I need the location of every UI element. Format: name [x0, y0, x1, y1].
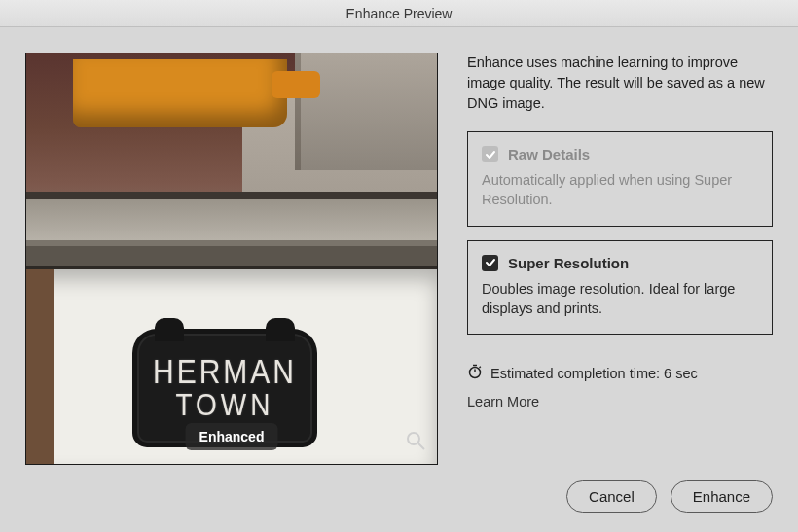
cancel-button[interactable]: Cancel [566, 480, 657, 513]
option-super-resolution[interactable]: Super Resolution Doubles image resolutio… [467, 240, 773, 336]
svg-line-5 [480, 367, 481, 368]
window-title: Enhance Preview [346, 6, 453, 21]
checkbox-raw-details [482, 146, 498, 162]
svg-line-1 [418, 443, 424, 449]
stopwatch-icon [467, 364, 483, 382]
enhance-button[interactable]: Enhance [671, 480, 773, 513]
checkbox-super-resolution[interactable] [482, 255, 498, 271]
enhanced-badge: Enhanced [186, 423, 278, 450]
options-pane: Enhance uses machine learning to improve… [467, 53, 773, 513]
option-title-raw-details: Raw Details [508, 146, 590, 162]
option-raw-details: Raw Details Automatically applied when u… [467, 131, 773, 227]
svg-point-0 [408, 433, 419, 444]
option-desc-super-resolution: Doubles image resolution. Ideal for larg… [482, 279, 758, 319]
dialog-buttons: Cancel Enhance [566, 480, 773, 513]
window-titlebar: Enhance Preview [0, 0, 798, 27]
intro-text: Enhance uses machine learning to improve… [467, 53, 773, 114]
estimate-text: Estimated completion time: 6 sec [490, 366, 698, 381]
option-desc-raw-details: Automatically applied when using Super R… [482, 170, 758, 210]
estimate-row: Estimated completion time: 6 sec [467, 364, 773, 382]
preview-image[interactable]: HERMAN TOWN Enhanced [25, 53, 438, 465]
preview-sign-line2: TOWN [175, 388, 273, 424]
magnifier-icon[interactable] [406, 431, 425, 450]
learn-more-link[interactable]: Learn More [467, 394, 773, 409]
preview-sign-line1: HERMAN [153, 352, 297, 390]
dialog-body: HERMAN TOWN Enhanced Enhance uses machin… [0, 27, 798, 532]
option-title-super-resolution: Super Resolution [508, 255, 629, 271]
